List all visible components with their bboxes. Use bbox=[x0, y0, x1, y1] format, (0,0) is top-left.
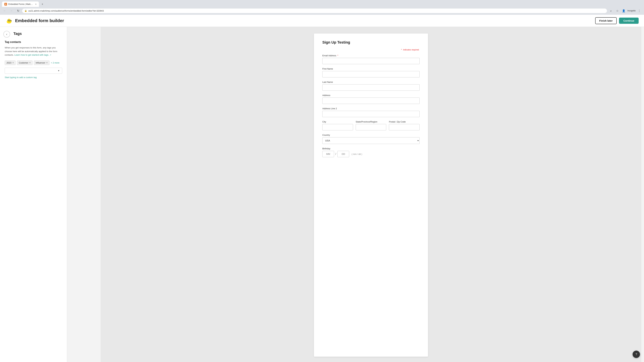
learn-tags-link[interactable]: Learn how to get started with tags. ↗ bbox=[14, 54, 51, 56]
form-field-state: State/Province/Region bbox=[356, 120, 386, 130]
country-label: Country bbox=[322, 134, 420, 136]
address-label: Address bbox=[322, 94, 420, 96]
tags-more[interactable]: + 2 more bbox=[51, 61, 60, 64]
country-select[interactable]: USA bbox=[322, 137, 420, 144]
browser-address-text: us21.admin.mailchimp.com/audience/forms/… bbox=[28, 9, 604, 12]
form-card: Sign Up Testing * indicates required Ema… bbox=[314, 33, 428, 357]
form-field-zip: Postal / Zip Code bbox=[389, 120, 420, 130]
form-field-address: Address bbox=[322, 94, 420, 104]
browser-search-btn[interactable]: ⌕ bbox=[608, 8, 614, 13]
browser-chrome: M Embedded Forms | Mailchimp × + ← → ↻ 🔒… bbox=[0, 0, 644, 15]
mailchimp-favicon: M bbox=[4, 3, 7, 5]
browser-tab-active[interactable]: M Embedded Forms | Mailchimp × bbox=[2, 1, 39, 7]
browser-titlebar: M Embedded Forms | Mailchimp × + bbox=[0, 0, 644, 7]
state-input[interactable] bbox=[356, 124, 386, 130]
first-name-input[interactable] bbox=[322, 71, 420, 77]
tag-chip-influencer: Influencer × bbox=[34, 60, 50, 65]
custom-tag-hint[interactable]: Start typing to add a custom tag bbox=[5, 76, 62, 79]
address-input[interactable] bbox=[322, 97, 420, 104]
birthday-slash: / bbox=[336, 152, 336, 156]
browser-menu-btn[interactable]: ⋮ bbox=[636, 8, 642, 13]
form-field-city: City bbox=[322, 120, 353, 130]
browser-toolbar-actions: ⌕ ☆ 👤 Incognito ⋮ bbox=[608, 8, 642, 13]
address2-label: Address Line 2 bbox=[322, 107, 420, 110]
form-field-country: Country USA bbox=[322, 134, 420, 144]
mailchimp-logo bbox=[5, 17, 13, 24]
birthday-label: Birthday bbox=[322, 147, 420, 150]
continue-button[interactable]: Continue bbox=[619, 17, 639, 24]
svg-point-5 bbox=[8, 20, 8, 21]
zip-input[interactable] bbox=[389, 124, 420, 130]
dropdown-arrow-icon: ▼ bbox=[58, 69, 60, 72]
external-link-icon: ↗ bbox=[50, 54, 51, 56]
birthday-row: / ( mm / dd ) bbox=[322, 151, 420, 157]
tag-remove-customer[interactable]: × bbox=[29, 61, 30, 64]
left-panel: ‹ Tags Tag contacts When you get respons… bbox=[0, 27, 67, 362]
city-input[interactable] bbox=[322, 124, 353, 130]
divider-panel bbox=[67, 27, 100, 362]
required-star-icon: * bbox=[401, 49, 402, 51]
tag-chip-2023: 2023 × bbox=[5, 60, 16, 65]
browser-back-btn[interactable]: ← bbox=[2, 8, 8, 13]
browser-incognito-label: Incognito bbox=[628, 9, 636, 12]
birthday-day-input[interactable] bbox=[338, 151, 349, 157]
browser-new-tab[interactable]: + bbox=[40, 1, 44, 7]
app-header: Embedded form builder Finish later Conti… bbox=[0, 15, 644, 27]
city-label: City bbox=[322, 120, 353, 123]
form-required-note: * indicates required bbox=[322, 49, 420, 51]
browser-profile-btn[interactable]: 👤 bbox=[621, 8, 626, 13]
birthday-hint: ( mm / dd ) bbox=[352, 153, 362, 155]
city-state-zip-row: City State/Province/Region Postal / Zip … bbox=[322, 120, 420, 134]
svg-point-6 bbox=[11, 20, 12, 21]
email-label: Email Address * bbox=[322, 54, 420, 57]
help-button[interactable]: ? bbox=[632, 351, 640, 358]
back-button[interactable]: ‹ bbox=[3, 31, 10, 37]
tag-label-customer: Customer bbox=[19, 61, 28, 64]
tag-chip-customer: Customer × bbox=[17, 60, 32, 65]
address-lock-icon: 🔒 bbox=[24, 9, 27, 12]
birthday-month-input[interactable] bbox=[322, 151, 334, 157]
last-name-input[interactable] bbox=[322, 84, 420, 91]
email-input[interactable] bbox=[322, 58, 420, 64]
form-field-birthday: Birthday / ( mm / dd ) bbox=[322, 147, 420, 157]
form-field-address2: Address Line 2 bbox=[322, 107, 420, 117]
form-field-first-name: First Name bbox=[322, 67, 420, 77]
tags-row: 2023 × Customer × Influencer × + 2 more bbox=[5, 60, 62, 65]
tag-dropdown[interactable]: ▼ bbox=[5, 68, 62, 74]
form-field-email: Email Address * bbox=[322, 54, 420, 64]
browser-address-bar[interactable]: 🔒 us21.admin.mailchimp.com/audience/form… bbox=[22, 8, 607, 13]
tag-remove-2023[interactable]: × bbox=[12, 61, 14, 64]
form-field-last-name: Last Name bbox=[322, 81, 420, 91]
tag-contacts-title: Tag contacts bbox=[5, 40, 62, 43]
header-actions: Finish later Continue bbox=[595, 17, 639, 24]
browser-bookmark-btn[interactable]: ☆ bbox=[615, 8, 620, 13]
last-name-label: Last Name bbox=[322, 81, 420, 83]
tag-label-2023: 2023 bbox=[6, 61, 12, 64]
form-title: Sign Up Testing bbox=[322, 40, 420, 44]
finish-later-button[interactable]: Finish later bbox=[595, 17, 617, 24]
app-title: Embedded form builder bbox=[15, 18, 64, 23]
required-note-text: indicates required bbox=[403, 49, 419, 51]
tag-remove-influencer[interactable]: × bbox=[46, 61, 48, 64]
tag-label-influencer: Influencer bbox=[36, 61, 45, 64]
svg-point-4 bbox=[10, 20, 10, 21]
browser-refresh-btn[interactable]: ↻ bbox=[16, 8, 21, 13]
right-scrollbar bbox=[641, 27, 644, 362]
tag-contacts-description: When you get responses to this form, any… bbox=[5, 46, 62, 57]
email-required-star: * bbox=[338, 54, 338, 57]
form-preview-area: Sign Up Testing * indicates required Ema… bbox=[100, 27, 641, 362]
back-arrow-icon: ‹ bbox=[6, 32, 7, 36]
browser-tab-close[interactable]: × bbox=[35, 3, 36, 5]
state-label: State/Province/Region bbox=[356, 120, 386, 123]
browser-toolbar: ← → ↻ 🔒 us21.admin.mailchimp.com/audienc… bbox=[0, 7, 644, 15]
browser-forward-btn[interactable]: → bbox=[9, 8, 14, 13]
first-name-label: First Name bbox=[322, 67, 420, 70]
zip-label: Postal / Zip Code bbox=[389, 120, 420, 123]
app-body: ‹ Tags Tag contacts When you get respons… bbox=[0, 27, 644, 362]
browser-tab-title: Embedded Forms | Mailchimp bbox=[8, 3, 34, 5]
address2-input[interactable] bbox=[322, 111, 420, 117]
panel-title: Tags bbox=[14, 31, 62, 36]
